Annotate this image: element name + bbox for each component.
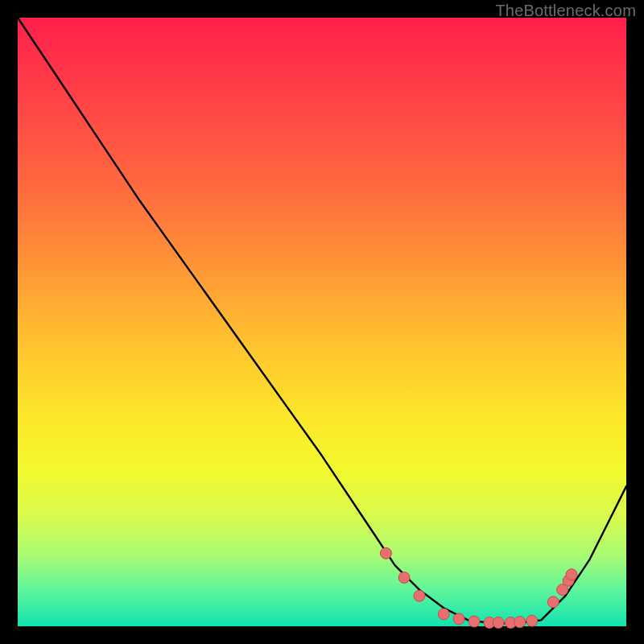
plot-area <box>18 18 626 626</box>
curve-marker <box>380 547 391 559</box>
marker-group <box>380 547 577 628</box>
curve-marker <box>398 572 410 584</box>
chart-stage: TheBottleneck.com <box>0 0 644 644</box>
curve-marker <box>453 613 464 625</box>
bottleneck-curve <box>18 18 626 623</box>
curve-marker <box>526 615 538 626</box>
curve-marker <box>493 617 504 629</box>
chart-svg <box>18 18 626 626</box>
curve-marker <box>514 617 526 628</box>
curve-marker <box>414 590 425 601</box>
curve-marker <box>547 597 559 608</box>
curve-marker <box>469 616 480 627</box>
curve-marker <box>566 569 577 580</box>
curve-marker <box>438 609 449 620</box>
